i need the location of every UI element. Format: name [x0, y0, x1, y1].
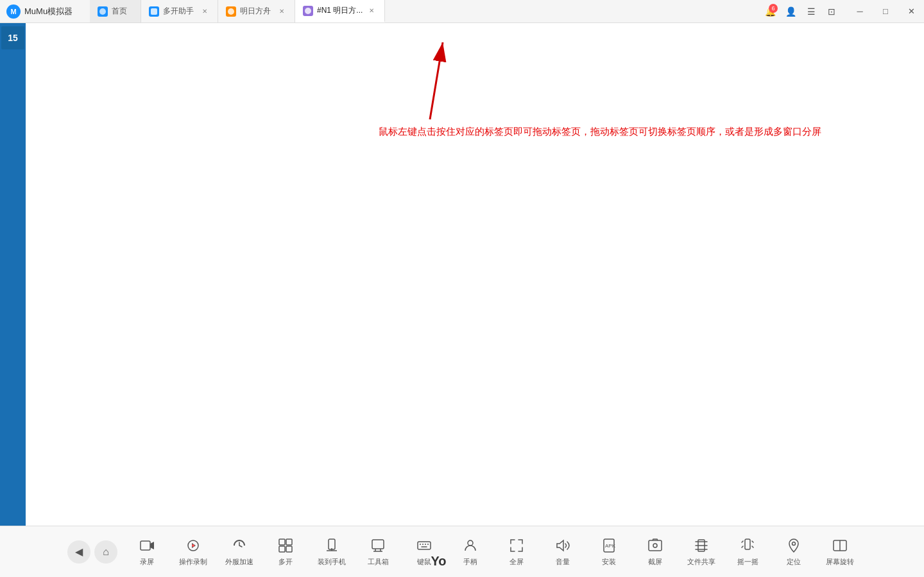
svg-point-2	[228, 8, 234, 15]
svg-rect-13	[286, 546, 292, 552]
shake-label: 摇一摇	[737, 557, 758, 567]
macro-label: 操作录制	[179, 557, 207, 567]
nav-home-button[interactable]: ⌂	[94, 540, 117, 564]
speed-label: 外服加速	[225, 557, 253, 567]
tool-tools[interactable]: 工具箱	[355, 530, 401, 574]
nav-back-button[interactable]: ◀	[67, 540, 90, 564]
maximize-button[interactable]: □	[873, 0, 898, 23]
svg-rect-1	[151, 8, 157, 15]
record-icon	[138, 537, 156, 555]
volume-label: 音量	[556, 557, 570, 567]
fileshare-label: 文件共享	[687, 557, 715, 567]
tool-macro[interactable]: 操作录制	[170, 530, 216, 574]
tab-home[interactable]: 首页	[90, 0, 141, 22]
tool-multi[interactable]: 多开	[262, 530, 309, 574]
svg-point-24	[468, 540, 473, 546]
tab-ming-ri-1[interactable]: 明日方舟 ✕	[218, 0, 295, 22]
notification-button[interactable]: 🔔 6	[761, 3, 779, 21]
split-label: 屏幕旋转	[826, 557, 854, 567]
svg-point-9	[192, 544, 194, 547]
gesture-label: 手柄	[463, 557, 477, 567]
multi-label: 多开	[278, 557, 293, 567]
app-logo[interactable]: M MuMu模拟器	[0, 0, 90, 22]
speed-icon	[230, 537, 248, 555]
titlebar-controls: 🔔 6 👤 ☰ ⊡	[755, 0, 847, 22]
location-icon	[785, 537, 803, 555]
svg-point-29	[653, 544, 657, 547]
tool-location[interactable]: 定位	[771, 530, 817, 574]
left-panel: 15	[0, 23, 26, 526]
gesture-icon	[461, 537, 479, 555]
svg-rect-10	[279, 539, 285, 545]
arrow-area: 鼠标左键点击按住对应的标签页即可拖动标签页，拖动标签页可切换标签页顺序，或者是形…	[379, 36, 456, 135]
logo-icon: M	[6, 4, 21, 19]
bottom-toolbar: ◀ ⌂ 录屏 操作录制 外服加速 多开 装到手机	[0, 526, 924, 577]
svg-point-32	[792, 542, 796, 546]
tool-fileshare[interactable]: 文件共享	[678, 530, 724, 574]
red-arrow	[379, 36, 456, 132]
pip-button[interactable]: ⊡	[823, 3, 841, 21]
yo-text: Yo	[421, 545, 456, 577]
fileshare-icon	[692, 537, 710, 555]
tool-screenshot[interactable]: 截屏	[632, 530, 678, 574]
screenshot-label: 截屏	[648, 557, 662, 567]
location-label: 定位	[787, 557, 801, 567]
nav-buttons: ◀ ⌂	[61, 540, 124, 564]
side-number: 15	[1, 26, 24, 49]
svg-rect-6	[141, 541, 150, 550]
fullscreen-icon	[508, 537, 526, 555]
svg-point-3	[305, 8, 311, 14]
close-button[interactable]: ✕	[898, 0, 924, 23]
titlebar: M MuMu模拟器 首页 多开助手 ✕ 明日方舟 ✕	[0, 0, 924, 23]
home-tab-label: 首页	[112, 6, 127, 17]
svg-rect-14	[329, 539, 335, 549]
tool-record[interactable]: 录屏	[124, 530, 170, 574]
svg-rect-16	[372, 540, 384, 549]
menu-button[interactable]: ☰	[802, 3, 820, 21]
tooltip-text: 鼠标左键点击按住对应的标签页即可拖动标签页，拖动标签页可切换标签页顺序，或者是形…	[379, 126, 821, 138]
tool-volume[interactable]: 音量	[540, 530, 586, 574]
multi-icon	[277, 537, 295, 555]
ming-ri-1-close[interactable]: ✕	[277, 6, 287, 17]
apk-label: 安装	[602, 557, 616, 567]
tool-fullscreen[interactable]: 全屏	[493, 530, 540, 574]
tab-duo-kai[interactable]: 多开助手 ✕	[141, 0, 218, 22]
tool-sync[interactable]: 装到手机	[309, 530, 355, 574]
svg-point-0	[99, 8, 106, 15]
macro-icon	[184, 537, 202, 555]
svg-text:APK: APK	[605, 543, 616, 549]
sync-icon	[323, 537, 341, 555]
volume-icon	[554, 537, 572, 555]
tool-shake[interactable]: 摇一摇	[724, 530, 771, 574]
shake-icon	[739, 537, 757, 555]
screenshot-icon	[646, 537, 664, 555]
window-controls: ─ □ ✕	[847, 0, 924, 22]
svg-rect-28	[649, 540, 662, 551]
tools-label: 工具箱	[368, 557, 389, 567]
home-favicon	[98, 6, 108, 17]
tool-speed[interactable]: 外服加速	[216, 530, 262, 574]
svg-line-5	[430, 42, 443, 119]
ming-ri-1-label: 明日方舟	[240, 6, 271, 17]
app-name: MuMu模拟器	[24, 6, 73, 17]
user-button[interactable]: 👤	[782, 3, 800, 21]
tool-split[interactable]: 屏幕旋转	[817, 530, 863, 574]
svg-rect-12	[279, 546, 285, 552]
record-label: 录屏	[140, 557, 154, 567]
tab-ming-ri-2[interactable]: #N1 明日方... ✕	[295, 0, 385, 22]
ming-ri-1-favicon	[226, 6, 236, 17]
main-content: 鼠标左键点击按住对应的标签页即可拖动标签页，拖动标签页可切换标签页顺序，或者是形…	[26, 23, 924, 526]
ming-ri-2-close[interactable]: ✕	[366, 6, 377, 16]
svg-rect-11	[286, 539, 292, 545]
tool-apk[interactable]: APK 安装	[586, 530, 632, 574]
svg-marker-25	[557, 540, 563, 551]
split-icon	[831, 537, 849, 555]
notification-badge: 6	[769, 4, 778, 13]
svg-rect-31	[745, 539, 750, 549]
ming-ri-2-label: #N1 明日方...	[317, 5, 363, 16]
ming-ri-2-favicon	[303, 6, 313, 16]
duo-kai-close[interactable]: ✕	[200, 6, 210, 17]
minimize-button[interactable]: ─	[847, 0, 873, 23]
duo-kai-favicon	[149, 6, 159, 17]
tabs-area: 首页 多开助手 ✕ 明日方舟 ✕ #N1 明日方... ✕	[90, 0, 755, 22]
